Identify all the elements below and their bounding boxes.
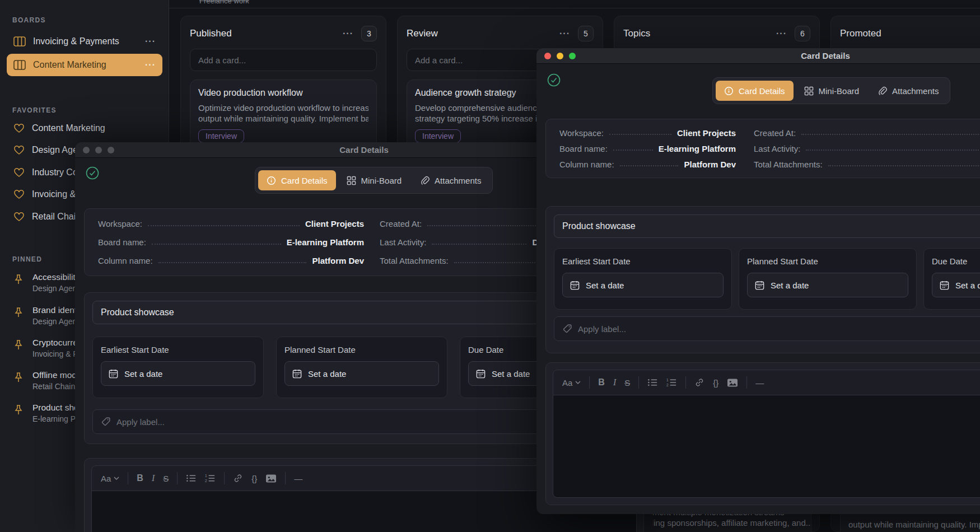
date-field-earliest-start: Earliest Start Date Set a date [92, 337, 264, 398]
check-circle-icon[interactable] [545, 72, 562, 88]
set-date-button[interactable]: Set a date [101, 361, 255, 386]
toolbar-divider [224, 472, 225, 484]
zoom-button[interactable] [108, 147, 114, 153]
apply-label-input[interactable]: Apply label... [554, 316, 980, 341]
svg-text:2: 2 [666, 383, 669, 387]
tab-attachments[interactable]: Attachments [412, 170, 489, 190]
toolbar-divider [285, 472, 286, 484]
more-menu-icon[interactable]: ··· [145, 60, 156, 70]
meta-row: Workspace:Client Projects Created At: [559, 128, 980, 138]
set-date-button[interactable]: Set a date [932, 273, 980, 297]
ordered-list-button[interactable]: 12 [666, 378, 677, 387]
minimize-button[interactable] [95, 147, 102, 153]
editor-content-area[interactable] [553, 395, 980, 498]
set-date-button[interactable]: Set a date [747, 273, 908, 297]
check-circle-icon[interactable] [84, 165, 101, 181]
column-menu-icon[interactable]: ··· [776, 29, 787, 39]
italic-button[interactable]: I [152, 473, 155, 483]
horizontal-rule-button[interactable]: — [755, 378, 764, 388]
image-button[interactable] [265, 474, 277, 483]
close-button[interactable] [544, 53, 551, 59]
card-title-input[interactable]: Product showcase [554, 214, 980, 238]
tab-mini-board[interactable]: Mini-Board [796, 81, 868, 101]
card-meta-panel: Workspace:Client Projects Created At: Bo… [545, 119, 980, 178]
editor-toolbar: Aa B I S 12 {} — [553, 370, 980, 395]
kanban-card[interactable]: Video production workflow Optimize video… [190, 80, 377, 151]
dot-leader [432, 244, 526, 245]
toolbar-divider [638, 376, 639, 389]
favorite-item[interactable]: Content Marketing [7, 118, 162, 139]
bold-button[interactable]: B [137, 473, 143, 483]
card-description-line: including sponsorships, affiliate market… [632, 517, 811, 528]
tab-card-details[interactable]: Card Details [716, 81, 794, 101]
italic-button[interactable]: I [613, 377, 616, 388]
pinned-section-header: PINNED [12, 255, 42, 263]
strikethrough-button[interactable]: S [163, 474, 169, 483]
card-label-tag[interactable]: Interview [415, 129, 461, 143]
tab-card-details[interactable]: Card Details [258, 170, 336, 190]
favorite-label: Industry Co [32, 167, 78, 178]
meta-label: Last Activity: [380, 237, 426, 247]
more-menu-icon[interactable]: ··· [145, 36, 156, 46]
zoom-button[interactable] [569, 53, 576, 59]
ordered-list-button[interactable]: 12 [205, 474, 216, 483]
pin-icon [13, 339, 24, 351]
font-style-dropdown[interactable]: Aa [562, 378, 581, 388]
meta-value: Client Projects [305, 219, 364, 228]
sidebar-item-content-marketing[interactable]: Content Marketing ··· [7, 54, 162, 76]
dot-leader [620, 165, 679, 166]
dot-leader [148, 225, 300, 226]
window-title: Card Details [536, 51, 980, 60]
calendar-icon [939, 280, 950, 291]
calendar-icon [754, 280, 765, 291]
link-button[interactable] [233, 473, 243, 483]
column-title: Published [190, 28, 232, 39]
card-details-window-front: Card Details Card Details Mini-Board Att… [536, 48, 980, 514]
code-button[interactable]: {} [713, 378, 718, 388]
window-titlebar[interactable]: Card Details [536, 48, 980, 64]
dot-leader [613, 150, 653, 151]
set-date-button[interactable]: Set a date [562, 273, 724, 297]
card-label-tag[interactable]: Interview [198, 129, 244, 143]
column-menu-icon[interactable]: ··· [343, 29, 353, 39]
favorite-label: Invoicing & [32, 189, 76, 199]
toolbar-divider [589, 376, 590, 389]
column-count-badge: 3 [361, 26, 377, 41]
tab-mini-board[interactable]: Mini-Board [338, 170, 410, 190]
meta-value: Platform Dev [684, 160, 736, 169]
font-style-dropdown[interactable]: Aa [101, 474, 119, 483]
meta-label: Total Attachments: [380, 256, 449, 265]
column-menu-icon[interactable]: ··· [559, 29, 570, 39]
set-date-button[interactable]: Set a date [284, 361, 439, 386]
board-icon [13, 36, 26, 47]
meta-label: Last Activity: [754, 144, 800, 153]
image-button[interactable] [727, 378, 738, 388]
horizontal-rule-button[interactable]: — [294, 474, 302, 483]
link-button[interactable] [694, 377, 704, 388]
strikethrough-button[interactable]: S [624, 378, 630, 388]
heart-icon [13, 212, 25, 222]
add-card-input[interactable]: Add a card... [190, 49, 377, 71]
date-field-label: Planned Start Date [747, 256, 908, 266]
date-field-planned-start: Planned Start Date Set a date [276, 337, 447, 398]
close-button[interactable] [83, 147, 90, 153]
board-scroll-strip: Freelance work [169, 0, 980, 8]
bullet-list-button[interactable] [186, 474, 197, 483]
calendar-icon [475, 368, 486, 379]
heart-icon [13, 167, 25, 178]
bold-button[interactable]: B [598, 377, 605, 388]
tab-attachments[interactable]: Attachments [870, 81, 947, 101]
code-button[interactable]: {} [251, 474, 257, 483]
info-icon [267, 176, 276, 185]
column-header: Promoted ··· [840, 25, 980, 42]
sidebar-item-label: Content Marketing [33, 60, 106, 70]
sidebar-item-invoicing-payments[interactable]: Invoicing & Payments ··· [7, 30, 162, 53]
meta-value: Platform Dev [312, 256, 364, 265]
paperclip-icon [878, 86, 887, 96]
meta-label: Workspace: [98, 219, 142, 228]
favorite-label: Design Age [32, 145, 78, 155]
clipped-card-fragment: Freelance work [199, 0, 249, 5]
bullet-list-button[interactable] [647, 378, 658, 387]
minimize-button[interactable] [557, 53, 563, 59]
date-field-label: Earliest Start Date [101, 345, 255, 354]
